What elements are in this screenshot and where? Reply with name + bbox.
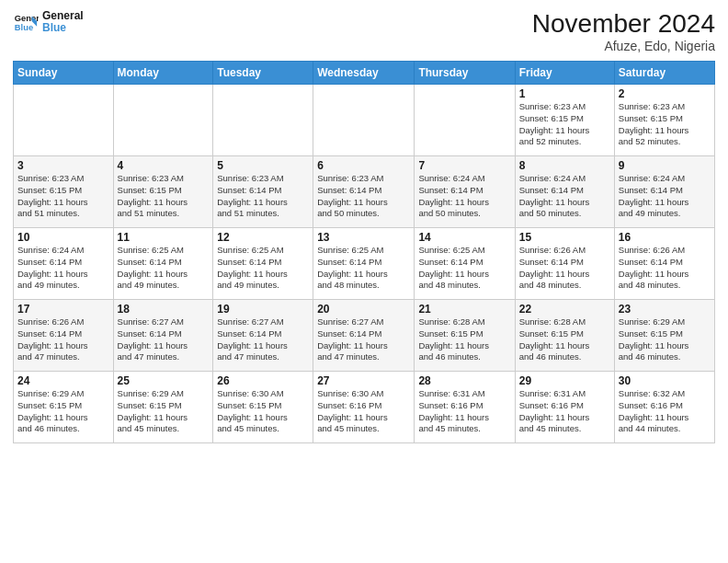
day-info: Sunrise: 6:23 AM Sunset: 6:15 PM Dayligh… [17, 173, 109, 220]
calendar-day-cell: 19Sunrise: 6:27 AM Sunset: 6:14 PM Dayli… [213, 300, 313, 372]
calendar-day-cell: 10Sunrise: 6:24 AM Sunset: 6:14 PM Dayli… [14, 228, 114, 300]
day-info: Sunrise: 6:25 AM Sunset: 6:14 PM Dayligh… [217, 245, 309, 292]
day-number: 26 [217, 374, 309, 387]
calendar-body: 1Sunrise: 6:23 AM Sunset: 6:15 PM Daylig… [14, 85, 715, 443]
day-info: Sunrise: 6:25 AM Sunset: 6:14 PM Dayligh… [418, 245, 510, 292]
day-info: Sunrise: 6:27 AM Sunset: 6:14 PM Dayligh… [317, 316, 410, 363]
day-number: 8 [519, 159, 610, 172]
calendar-day-cell [313, 85, 415, 156]
day-info: Sunrise: 6:23 AM Sunset: 6:14 PM Dayligh… [217, 173, 309, 220]
calendar-day-cell: 20Sunrise: 6:27 AM Sunset: 6:14 PM Dayli… [313, 300, 415, 372]
logo: General Blue General Blue [13, 9, 84, 35]
day-info: Sunrise: 6:24 AM Sunset: 6:14 PM Dayligh… [519, 173, 610, 220]
calendar-day-cell: 13Sunrise: 6:25 AM Sunset: 6:14 PM Dayli… [313, 228, 415, 300]
calendar-day-cell: 3Sunrise: 6:23 AM Sunset: 6:15 PM Daylig… [14, 156, 114, 228]
day-info: Sunrise: 6:24 AM Sunset: 6:14 PM Dayligh… [619, 173, 711, 220]
day-number: 17 [17, 303, 109, 316]
day-number: 15 [519, 231, 610, 244]
calendar-day-cell: 9Sunrise: 6:24 AM Sunset: 6:14 PM Daylig… [614, 156, 714, 228]
calendar-day-cell: 12Sunrise: 6:25 AM Sunset: 6:14 PM Dayli… [213, 228, 313, 300]
calendar-day-cell: 18Sunrise: 6:27 AM Sunset: 6:14 PM Dayli… [113, 300, 213, 372]
calendar-day-cell: 6Sunrise: 6:23 AM Sunset: 6:14 PM Daylig… [313, 156, 415, 228]
day-info: Sunrise: 6:30 AM Sunset: 6:15 PM Dayligh… [217, 388, 309, 435]
day-number: 9 [619, 159, 711, 172]
weekday-header-monday: Monday [113, 62, 213, 85]
calendar-day-cell: 11Sunrise: 6:25 AM Sunset: 6:14 PM Dayli… [113, 228, 213, 300]
calendar-week-row: 17Sunrise: 6:26 AM Sunset: 6:14 PM Dayli… [14, 300, 715, 372]
day-info: Sunrise: 6:26 AM Sunset: 6:14 PM Dayligh… [619, 245, 711, 292]
calendar-week-row: 3Sunrise: 6:23 AM Sunset: 6:15 PM Daylig… [14, 156, 715, 228]
calendar-day-cell: 1Sunrise: 6:23 AM Sunset: 6:15 PM Daylig… [515, 85, 614, 156]
calendar-day-cell [113, 85, 213, 156]
day-number: 1 [519, 87, 610, 100]
location: Afuze, Edo, Nigeria [532, 39, 715, 53]
day-info: Sunrise: 6:26 AM Sunset: 6:14 PM Dayligh… [519, 245, 610, 292]
calendar-day-cell: 16Sunrise: 6:26 AM Sunset: 6:14 PM Dayli… [614, 228, 714, 300]
day-number: 14 [418, 231, 510, 244]
svg-text:Blue: Blue [15, 23, 33, 32]
day-number: 13 [317, 231, 410, 244]
calendar-day-cell [213, 85, 313, 156]
calendar-day-cell: 23Sunrise: 6:29 AM Sunset: 6:15 PM Dayli… [614, 300, 714, 372]
day-number: 6 [317, 159, 410, 172]
calendar-day-cell [14, 85, 114, 156]
day-info: Sunrise: 6:31 AM Sunset: 6:16 PM Dayligh… [519, 388, 610, 435]
day-info: Sunrise: 6:32 AM Sunset: 6:16 PM Dayligh… [619, 388, 711, 435]
day-number: 29 [519, 374, 610, 387]
weekday-header-saturday: Saturday [614, 62, 714, 85]
day-info: Sunrise: 6:23 AM Sunset: 6:14 PM Dayligh… [317, 173, 410, 220]
calendar-week-row: 1Sunrise: 6:23 AM Sunset: 6:15 PM Daylig… [14, 85, 715, 156]
day-number: 28 [418, 374, 510, 387]
day-info: Sunrise: 6:31 AM Sunset: 6:16 PM Dayligh… [418, 388, 510, 435]
calendar-table: SundayMondayTuesdayWednesdayThursdayFrid… [13, 61, 715, 443]
page-header: General Blue General Blue November 2024 … [13, 9, 715, 53]
calendar-day-cell [415, 85, 515, 156]
day-number: 5 [217, 159, 309, 172]
calendar-day-cell: 30Sunrise: 6:32 AM Sunset: 6:16 PM Dayli… [614, 372, 714, 443]
day-number: 21 [418, 303, 510, 316]
day-number: 19 [217, 303, 309, 316]
day-info: Sunrise: 6:24 AM Sunset: 6:14 PM Dayligh… [418, 173, 510, 220]
calendar-day-cell: 26Sunrise: 6:30 AM Sunset: 6:15 PM Dayli… [213, 372, 313, 443]
day-number: 18 [118, 303, 210, 316]
day-info: Sunrise: 6:27 AM Sunset: 6:14 PM Dayligh… [118, 316, 210, 363]
weekday-header-thursday: Thursday [415, 62, 515, 85]
month-title: November 2024 [532, 9, 715, 39]
calendar-day-cell: 22Sunrise: 6:28 AM Sunset: 6:15 PM Dayli… [515, 300, 614, 372]
day-number: 27 [317, 374, 410, 387]
day-info: Sunrise: 6:28 AM Sunset: 6:15 PM Dayligh… [519, 316, 610, 363]
weekday-header-tuesday: Tuesday [213, 62, 313, 85]
calendar-day-cell: 5Sunrise: 6:23 AM Sunset: 6:14 PM Daylig… [213, 156, 313, 228]
day-info: Sunrise: 6:23 AM Sunset: 6:15 PM Dayligh… [118, 173, 210, 220]
logo-icon: General Blue [13, 9, 39, 35]
day-info: Sunrise: 6:28 AM Sunset: 6:15 PM Dayligh… [418, 316, 510, 363]
calendar-day-cell: 14Sunrise: 6:25 AM Sunset: 6:14 PM Dayli… [415, 228, 515, 300]
day-number: 4 [118, 159, 210, 172]
weekday-header-sunday: Sunday [14, 62, 114, 85]
day-info: Sunrise: 6:29 AM Sunset: 6:15 PM Dayligh… [17, 388, 109, 435]
day-number: 20 [317, 303, 410, 316]
calendar-day-cell: 21Sunrise: 6:28 AM Sunset: 6:15 PM Dayli… [415, 300, 515, 372]
day-info: Sunrise: 6:25 AM Sunset: 6:14 PM Dayligh… [317, 245, 410, 292]
calendar-day-cell: 28Sunrise: 6:31 AM Sunset: 6:16 PM Dayli… [415, 372, 515, 443]
day-number: 2 [619, 87, 711, 100]
calendar-day-cell: 7Sunrise: 6:24 AM Sunset: 6:14 PM Daylig… [415, 156, 515, 228]
day-info: Sunrise: 6:24 AM Sunset: 6:14 PM Dayligh… [17, 245, 109, 292]
day-number: 25 [118, 374, 210, 387]
title-block: November 2024 Afuze, Edo, Nigeria [532, 9, 715, 53]
day-number: 30 [619, 374, 711, 387]
day-info: Sunrise: 6:25 AM Sunset: 6:14 PM Dayligh… [118, 245, 210, 292]
calendar-day-cell: 29Sunrise: 6:31 AM Sunset: 6:16 PM Dayli… [515, 372, 614, 443]
calendar-day-cell: 17Sunrise: 6:26 AM Sunset: 6:14 PM Dayli… [14, 300, 114, 372]
day-number: 7 [418, 159, 510, 172]
day-number: 11 [118, 231, 210, 244]
day-number: 12 [217, 231, 309, 244]
calendar-day-cell: 4Sunrise: 6:23 AM Sunset: 6:15 PM Daylig… [113, 156, 213, 228]
calendar-day-cell: 15Sunrise: 6:26 AM Sunset: 6:14 PM Dayli… [515, 228, 614, 300]
day-info: Sunrise: 6:23 AM Sunset: 6:15 PM Dayligh… [519, 101, 610, 148]
logo-line2: Blue [42, 22, 84, 34]
day-info: Sunrise: 6:23 AM Sunset: 6:15 PM Dayligh… [619, 101, 711, 148]
calendar-day-cell: 27Sunrise: 6:30 AM Sunset: 6:16 PM Dayli… [313, 372, 415, 443]
day-number: 24 [17, 374, 109, 387]
day-info: Sunrise: 6:29 AM Sunset: 6:15 PM Dayligh… [619, 316, 711, 363]
